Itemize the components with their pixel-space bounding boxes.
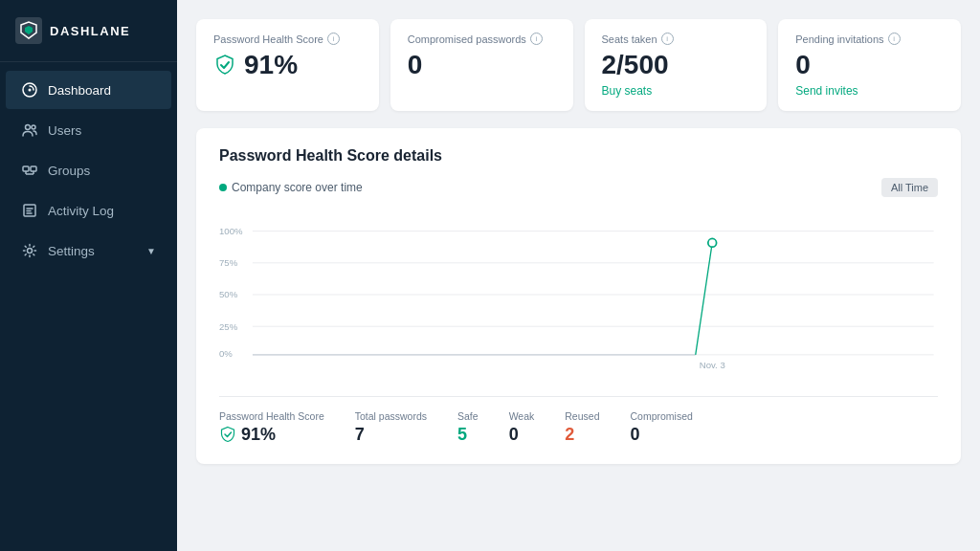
stat-value-seats: 2/500 bbox=[602, 51, 750, 80]
activity-log-label: Activity Log bbox=[48, 204, 156, 218]
bottom-value-health: 91% bbox=[219, 425, 324, 445]
stat-title-invitations: Pending invitations i bbox=[795, 33, 944, 45]
svg-point-8 bbox=[28, 249, 33, 253]
bottom-label-total: Total passwords bbox=[355, 410, 427, 422]
bottom-stats: Password Health Score 91% Total password… bbox=[219, 396, 938, 445]
groups-label: Groups bbox=[48, 164, 156, 178]
dashboard-label: Dashboard bbox=[48, 83, 156, 98]
bottom-value-total: 7 bbox=[355, 425, 427, 445]
app-name: DASHLANE bbox=[50, 24, 130, 38]
svg-rect-5 bbox=[23, 166, 29, 171]
stats-row: Password Health Score i 91% Compromised … bbox=[196, 19, 961, 111]
svg-text:Nov. 3: Nov. 3 bbox=[700, 360, 725, 370]
stat-title-compromised: Compromised passwords i bbox=[408, 33, 556, 45]
buy-seats-link[interactable]: Buy seats bbox=[602, 84, 750, 98]
svg-point-4 bbox=[32, 125, 35, 129]
chevron-down-icon: ▼ bbox=[146, 246, 156, 256]
stat-card-password-health: Password Health Score i 91% bbox=[196, 19, 379, 111]
settings-label: Settings bbox=[48, 244, 137, 258]
sidebar-item-dashboard[interactable]: Dashboard bbox=[6, 71, 171, 109]
sidebar-item-users[interactable]: Users bbox=[6, 111, 171, 149]
chart-legend: Company score over time All Time bbox=[219, 178, 938, 197]
chart-title: Password Health Score details bbox=[219, 147, 938, 165]
logo: DASHLANE bbox=[0, 0, 177, 62]
info-icon-compromised[interactable]: i bbox=[530, 33, 543, 45]
svg-text:0%: 0% bbox=[219, 348, 233, 359]
stat-value-compromised: 0 bbox=[408, 51, 556, 80]
main-content: Password Health Score i 91% Compromised … bbox=[177, 0, 980, 551]
bottom-stat-compromised: Compromised 0 bbox=[630, 410, 692, 445]
bottom-value-compromised: 0 bbox=[630, 425, 692, 445]
stat-value-health: 91% bbox=[213, 51, 362, 80]
svg-text:25%: 25% bbox=[219, 320, 238, 331]
chart-svg: 100% 75% 50% 25% 0% Nov. 3 bbox=[219, 209, 938, 381]
bottom-label-health: Password Health Score bbox=[219, 410, 324, 422]
small-shield-icon bbox=[219, 426, 236, 443]
users-icon bbox=[21, 121, 38, 139]
sidebar-item-activity-log[interactable]: Activity Log bbox=[6, 191, 171, 230]
legend-label: Company score over time bbox=[232, 181, 363, 194]
stat-value-invitations: 0 bbox=[795, 51, 944, 80]
svg-text:100%: 100% bbox=[219, 226, 243, 236]
bottom-stat-reused: Reused 2 bbox=[565, 410, 599, 445]
bottom-value-weak: 0 bbox=[509, 425, 535, 445]
svg-text:75%: 75% bbox=[219, 257, 238, 268]
bottom-value-reused: 2 bbox=[565, 425, 599, 445]
bottom-value-safe: 5 bbox=[457, 425, 479, 445]
send-invites-link[interactable]: Send invites bbox=[795, 84, 944, 98]
bottom-label-safe: Safe bbox=[457, 410, 479, 422]
stat-card-compromised: Compromised passwords i 0 bbox=[390, 19, 573, 111]
sidebar-item-settings[interactable]: Settings ▼ bbox=[6, 231, 171, 270]
svg-text:50%: 50% bbox=[219, 289, 238, 299]
sidebar-item-groups[interactable]: Groups bbox=[6, 151, 171, 189]
info-icon-seats[interactable]: i bbox=[661, 33, 674, 45]
bottom-stat-weak: Weak 0 bbox=[509, 410, 535, 445]
dashlane-logo-icon bbox=[15, 17, 42, 44]
bottom-stat-health: Password Health Score 91% bbox=[219, 410, 324, 445]
stat-card-seats: Seats taken i 2/500 Buy seats bbox=[585, 19, 768, 111]
info-icon-invitations[interactable]: i bbox=[888, 33, 901, 45]
stat-card-invitations: Pending invitations i 0 Send invites bbox=[778, 19, 961, 111]
groups-icon bbox=[21, 162, 38, 179]
bottom-stat-safe: Safe 5 bbox=[457, 410, 479, 445]
info-icon-health[interactable]: i bbox=[327, 33, 340, 45]
svg-point-20 bbox=[708, 238, 717, 247]
bottom-label-weak: Weak bbox=[509, 410, 535, 422]
activity-icon bbox=[21, 202, 38, 219]
svg-point-2 bbox=[29, 89, 32, 92]
stat-title-seats: Seats taken i bbox=[602, 33, 750, 45]
legend-item: Company score over time bbox=[219, 181, 363, 194]
chart-area: 100% 75% 50% 25% 0% Nov. 3 bbox=[219, 209, 938, 381]
all-time-button[interactable]: All Time bbox=[881, 178, 938, 197]
users-label: Users bbox=[48, 123, 156, 138]
svg-rect-6 bbox=[31, 166, 36, 171]
legend-dot bbox=[219, 184, 227, 191]
chart-section: Password Health Score details Company sc… bbox=[196, 128, 961, 464]
svg-point-3 bbox=[26, 125, 31, 130]
bottom-label-reused: Reused bbox=[565, 410, 599, 422]
nav-menu: Dashboard Users Groups bbox=[0, 62, 177, 271]
sidebar: DASHLANE Dashboard Users bbox=[0, 0, 177, 551]
shield-green-icon bbox=[213, 54, 236, 77]
settings-icon bbox=[21, 242, 38, 259]
stat-title-health: Password Health Score i bbox=[213, 33, 362, 45]
dashboard-icon bbox=[21, 81, 38, 99]
bottom-stat-total: Total passwords 7 bbox=[355, 410, 427, 445]
bottom-label-compromised: Compromised bbox=[630, 410, 692, 422]
